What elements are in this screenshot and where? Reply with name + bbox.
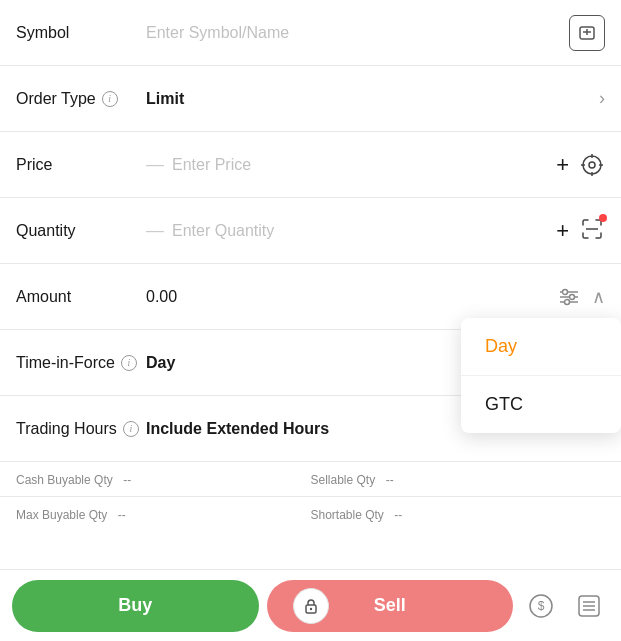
buy-button[interactable]: Buy xyxy=(12,580,259,632)
trading-hours-label: Trading Hours i xyxy=(16,420,146,438)
order-type-label: Order Type i xyxy=(16,90,146,108)
svg-point-3 xyxy=(583,156,601,174)
quantity-row[interactable]: Quantity — Enter Quantity + xyxy=(0,198,621,264)
amount-sliders-icon[interactable] xyxy=(556,284,582,310)
price-input-area[interactable]: — Enter Price xyxy=(146,154,556,175)
quantity-plus-icon[interactable]: + xyxy=(556,218,569,244)
svg-point-15 xyxy=(565,299,570,304)
amount-actions: ∧ xyxy=(556,284,605,310)
svg-point-14 xyxy=(570,294,575,299)
quantity-input-area[interactable]: — Enter Quantity xyxy=(146,220,556,241)
order-type-info-icon[interactable]: i xyxy=(102,91,118,107)
scan-red-dot xyxy=(599,214,607,222)
coin-button[interactable]: $ xyxy=(521,586,561,626)
bottom-bar: Buy Sell $ xyxy=(0,569,621,641)
amount-value: 0.00 xyxy=(146,288,177,306)
quantity-scan-container xyxy=(579,216,605,246)
symbol-actions xyxy=(569,15,605,51)
max-buyable-label: Max Buyable Qty xyxy=(16,508,107,522)
time-in-force-value: Day xyxy=(146,354,175,372)
trading-hours-value: Include Extended Hours xyxy=(146,420,329,438)
coin-icon: $ xyxy=(527,592,555,620)
price-placeholder: Enter Price xyxy=(172,156,251,174)
cash-buyable-col: Cash Buyable Qty -- xyxy=(16,470,311,488)
symbol-placeholder: Enter Symbol/Name xyxy=(146,24,289,42)
quantity-label: Quantity xyxy=(16,222,146,240)
sellable-value: -- xyxy=(386,473,394,487)
order-type-value: Limit xyxy=(146,90,184,108)
trading-hours-info-icon[interactable]: i xyxy=(123,421,139,437)
time-in-force-info-icon[interactable]: i xyxy=(121,355,137,371)
price-plus-icon[interactable]: + xyxy=(556,152,569,178)
order-type-actions: › xyxy=(599,88,605,109)
symbol-row[interactable]: Symbol Enter Symbol/Name xyxy=(0,0,621,66)
sellable-col: Sellable Qty -- xyxy=(311,470,606,488)
price-dash: — xyxy=(146,154,164,175)
order-type-row[interactable]: Order Type i Limit › xyxy=(0,66,621,132)
price-row[interactable]: Price — Enter Price + xyxy=(0,132,621,198)
amount-value-area: 0.00 xyxy=(146,288,556,306)
list-button[interactable] xyxy=(569,586,609,626)
amount-chevron-up-icon[interactable]: ∧ xyxy=(592,286,605,308)
cash-buyable-label: Cash Buyable Qty xyxy=(16,473,113,487)
dropdown-item-gtc[interactable]: GTC xyxy=(461,375,621,433)
amount-label: Amount xyxy=(16,288,146,306)
quantity-actions: + xyxy=(556,216,605,246)
price-label: Price xyxy=(16,156,146,174)
list-icon xyxy=(575,592,603,620)
qty-info-row-2: Max Buyable Qty -- Shortable Qty -- xyxy=(0,497,621,531)
max-buyable-col: Max Buyable Qty -- xyxy=(16,505,311,523)
time-in-force-label: Time-in-Force i xyxy=(16,354,146,372)
sellable-label: Sellable Qty xyxy=(311,473,376,487)
order-type-value-area: Limit xyxy=(146,90,599,108)
svg-text:$: $ xyxy=(538,599,545,613)
quantity-dash: — xyxy=(146,220,164,241)
cash-buyable-value: -- xyxy=(123,473,131,487)
quantity-placeholder: Enter Quantity xyxy=(172,222,274,240)
svg-point-4 xyxy=(589,162,595,168)
shortable-col: Shortable Qty -- xyxy=(311,505,606,523)
time-in-force-dropdown: Day GTC xyxy=(461,318,621,433)
symbol-icon[interactable] xyxy=(569,15,605,51)
max-buyable-value: -- xyxy=(118,508,126,522)
shortable-value: -- xyxy=(394,508,402,522)
symbol-label: Symbol xyxy=(16,24,146,42)
svg-point-17 xyxy=(309,607,311,609)
price-target-icon[interactable] xyxy=(579,152,605,178)
dropdown-item-day[interactable]: Day xyxy=(461,318,621,375)
lock-divider xyxy=(293,588,329,624)
lock-icon xyxy=(303,598,319,614)
chevron-right-icon: › xyxy=(599,88,605,109)
svg-point-13 xyxy=(563,289,568,294)
qty-info-row: Cash Buyable Qty -- Sellable Qty -- xyxy=(0,462,621,497)
shortable-label: Shortable Qty xyxy=(311,508,384,522)
symbol-input-area[interactable]: Enter Symbol/Name xyxy=(146,24,569,42)
price-actions: + xyxy=(556,152,605,178)
